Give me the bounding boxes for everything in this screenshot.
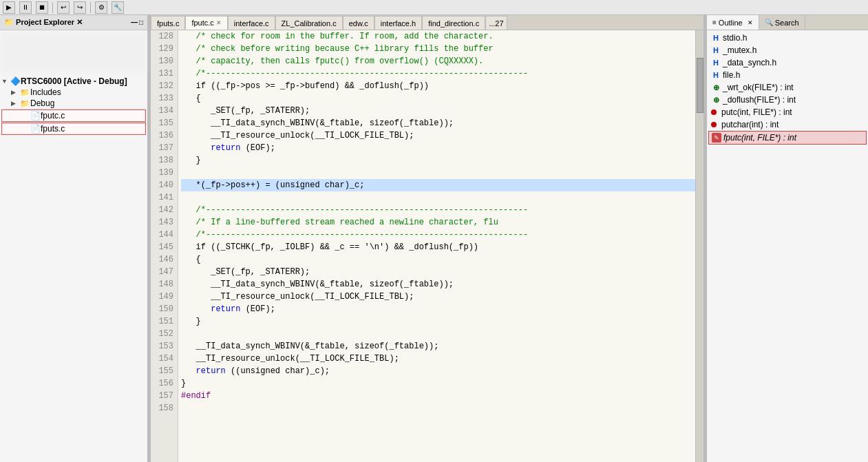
collapse-icon[interactable]: — — [131, 19, 138, 26]
tab-more[interactable]: ...27 — [485, 16, 507, 30]
fputs-file-icon: 📄 — [30, 124, 41, 134]
outline-item[interactable]: ✎ fputc(int, FILE*) : int — [708, 131, 867, 145]
tab-edw[interactable]: edw.c — [343, 16, 374, 30]
code-line: __TI_data_synch_WBINV(&_ftable, sizeof(_… — [181, 340, 695, 353]
code-line — [181, 191, 695, 204]
right-tab-bar: ≡ Outline ✕ 🔍 Search — [707, 15, 868, 30]
separator2 — [90, 2, 91, 13]
right-panel: ≡ Outline ✕ 🔍 Search H stdio.hH _mutex.h… — [706, 15, 868, 462]
outline-tab-label: Outline — [719, 19, 743, 27]
line-number: 149 — [151, 291, 178, 303]
code-line — [181, 402, 695, 414]
line-number: 144 — [151, 229, 178, 241]
tab-fputc[interactable]: fputc.c ✕ — [185, 16, 227, 30]
outline-item[interactable]: H _data_synch.h — [708, 56, 867, 69]
code-editor[interactable]: 1281291301311321331341351361371381391401… — [151, 30, 703, 462]
outline-item[interactable]: H _mutex.h — [708, 44, 867, 56]
code-line: { — [181, 253, 695, 266]
outline-area: H stdio.hH _mutex.hH _data_synch.hH file… — [707, 30, 868, 462]
tab-fputs[interactable]: fputs.c — [151, 16, 185, 30]
tab-search[interactable]: 🔍 Search — [759, 15, 805, 30]
fputs-file-node[interactable]: 📄 fputs.c — [1, 123, 146, 135]
code-line — [181, 167, 695, 179]
toolbar-btn-3[interactable]: ⏹ — [36, 1, 48, 14]
outline-item[interactable]: putchar(int) : int — [708, 118, 867, 131]
outline-item-icon: ✎ — [712, 133, 721, 143]
toolbar-btn-7[interactable]: 🔧 — [112, 1, 124, 14]
fputs-label: fputs.c — [41, 124, 65, 134]
toolbar-btn-6[interactable]: ⚙ — [95, 1, 107, 14]
outline-item-icon: H — [711, 45, 721, 55]
toolbar-btn-1[interactable]: ▶ — [3, 1, 15, 14]
outline-item-label: stdio.h — [723, 33, 747, 43]
project-root[interactable]: ▼ 🔷 RTSC6000 [Active - Debug] — [1, 76, 146, 87]
line-number: 146 — [151, 253, 178, 266]
tab-find-direction[interactable]: find_direction.c — [422, 16, 485, 30]
line-number: 158 — [151, 402, 178, 414]
outline-item-icon — [711, 122, 717, 127]
line-number: 150 — [151, 303, 178, 315]
toolbar-btn-5[interactable]: ↪ — [74, 1, 86, 14]
panel-header-icons: — □ — [131, 19, 143, 26]
tab-zl-label: ZL_Calibration.c — [282, 19, 337, 28]
code-line: /* If a line-buffered stream reached a n… — [181, 216, 695, 229]
outline-item[interactable]: ⊕ _wrt_ok(FILE*) : int — [708, 81, 867, 94]
outline-item[interactable]: putc(int, FILE*) : int — [708, 106, 867, 118]
code-line: _SET(_fp, _STATERR); — [181, 105, 695, 117]
tab-interface-h[interactable]: interface.h — [374, 16, 422, 30]
code-line: #endif — [181, 390, 695, 402]
line-number: 143 — [151, 216, 178, 229]
line-number: 152 — [151, 328, 178, 340]
outline-item[interactable]: H stdio.h — [708, 32, 867, 44]
fputc-file-node[interactable]: 📄 fputc.c — [1, 109, 146, 122]
project-explorer-header: 📁 Project Explorer ✕ — □ — [0, 15, 147, 30]
line-number: 129 — [151, 43, 178, 55]
line-number: 151 — [151, 315, 178, 328]
code-line: /*--------------------------------------… — [181, 204, 695, 216]
code-line: if ((_fp->pos >= _fp->bufend) && _doflus… — [181, 80, 695, 92]
center-panel: fputs.c fputc.c ✕ interface.c ZL_Calibra… — [151, 15, 703, 462]
line-number: 130 — [151, 55, 178, 67]
fputc-file-icon: 📄 — [30, 111, 41, 120]
code-line: /* check for room in the buffer. If room… — [181, 30, 695, 43]
code-line: __TI_data_synch_WBINV(&_ftable, sizeof(_… — [181, 117, 695, 129]
tab-zl-calibration[interactable]: ZL_Calibration.c — [275, 16, 343, 30]
search-tab-icon: 🔍 — [765, 19, 773, 26]
toolbar-btn-2[interactable]: ⏸ — [19, 1, 32, 14]
code-line: } — [181, 315, 695, 328]
code-line: __TI_resource_unlock(__TI_LOCK_FILE_TBL)… — [181, 129, 695, 142]
scrollbar-thumb[interactable] — [697, 58, 703, 113]
maximize-icon[interactable]: □ — [139, 19, 143, 26]
outline-item[interactable]: H file.h — [708, 69, 867, 81]
outline-item-icon: ⊕ — [711, 83, 721, 92]
tab-edw-label: edw.c — [349, 19, 368, 28]
outline-item-icon: H — [711, 33, 721, 43]
separator — [52, 2, 53, 13]
includes-node[interactable]: ▶ 📁 Includes — [1, 87, 146, 98]
outline-item-label: _mutex.h — [723, 45, 756, 55]
code-line: /* capacity, then calls fputc() from ove… — [181, 55, 695, 67]
outline-item-label: _doflush(FILE*) : int — [723, 95, 796, 105]
line-number: 147 — [151, 266, 178, 278]
search-tab-label: Search — [775, 19, 799, 27]
vertical-scrollbar[interactable] — [695, 30, 703, 462]
code-line: __TI_resource_unlock(__TI_LOCK_FILE_TBL)… — [181, 291, 695, 303]
toolbar-btn-4[interactable]: ↩ — [57, 1, 70, 14]
project-label: RTSC6000 [Active - Debug] — [21, 76, 127, 86]
outline-item[interactable]: ⊕ _doflush(FILE*) : int — [708, 94, 867, 106]
code-line: { — [181, 92, 695, 105]
line-number: 153 — [151, 340, 178, 353]
line-number: 157 — [151, 390, 178, 402]
outline-tab-icon: ≡ — [712, 19, 717, 26]
includes-folder-icon: 📁 — [19, 87, 30, 97]
outline-tab-close[interactable]: ✕ — [748, 19, 753, 26]
debug-node[interactable]: ▶ 📁 Debug — [1, 98, 146, 109]
tab-interface-c[interactable]: interface.c — [228, 16, 275, 30]
debug-label: Debug — [30, 98, 54, 108]
fputc-label: fputc.c — [41, 111, 65, 120]
code-line: /* check before writing because C++ libr… — [181, 43, 695, 55]
line-number: 138 — [151, 154, 178, 167]
tab-outline[interactable]: ≡ Outline ✕ — [707, 15, 759, 30]
blurred-section — [1, 32, 146, 73]
tab-fputc-close[interactable]: ✕ — [216, 19, 222, 26]
